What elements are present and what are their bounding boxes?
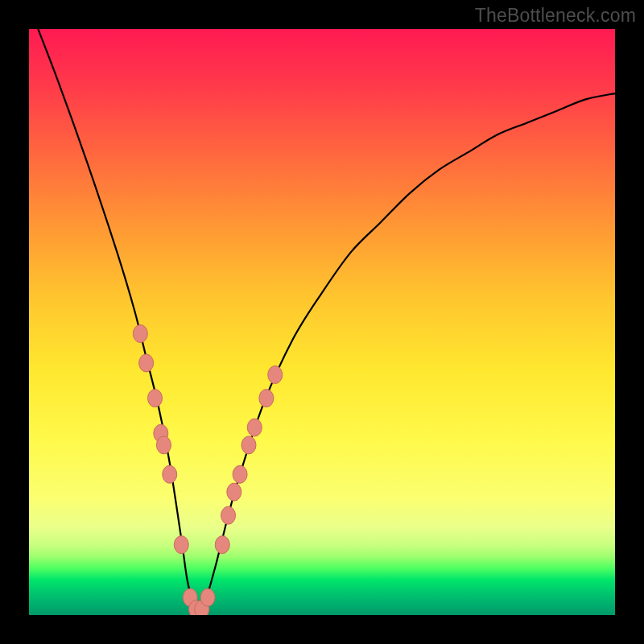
marker-point <box>268 366 283 384</box>
marker-point <box>163 465 177 483</box>
marker-point <box>215 536 229 554</box>
marker-point <box>183 588 197 606</box>
marker-point <box>247 419 262 436</box>
marker-point <box>133 325 147 343</box>
bottleneck-curve-svg <box>29 29 615 615</box>
curve-path <box>29 29 615 615</box>
chart-frame: TheBottleneck.com <box>0 0 644 644</box>
marker-point <box>242 436 256 454</box>
plot-area <box>29 29 615 615</box>
marker-point <box>188 601 203 615</box>
marker-point <box>259 390 274 407</box>
marker-point <box>174 536 188 554</box>
marker-group <box>133 325 282 615</box>
marker-point <box>233 465 247 483</box>
marker-point <box>200 588 215 606</box>
watermark-text: TheBottleneck.com <box>475 5 636 27</box>
marker-point <box>227 483 242 501</box>
marker-point <box>221 506 236 524</box>
marker-point <box>148 390 163 407</box>
marker-point <box>156 436 171 454</box>
marker-point <box>154 424 168 442</box>
marker-point <box>195 601 209 615</box>
marker-point <box>139 354 154 372</box>
